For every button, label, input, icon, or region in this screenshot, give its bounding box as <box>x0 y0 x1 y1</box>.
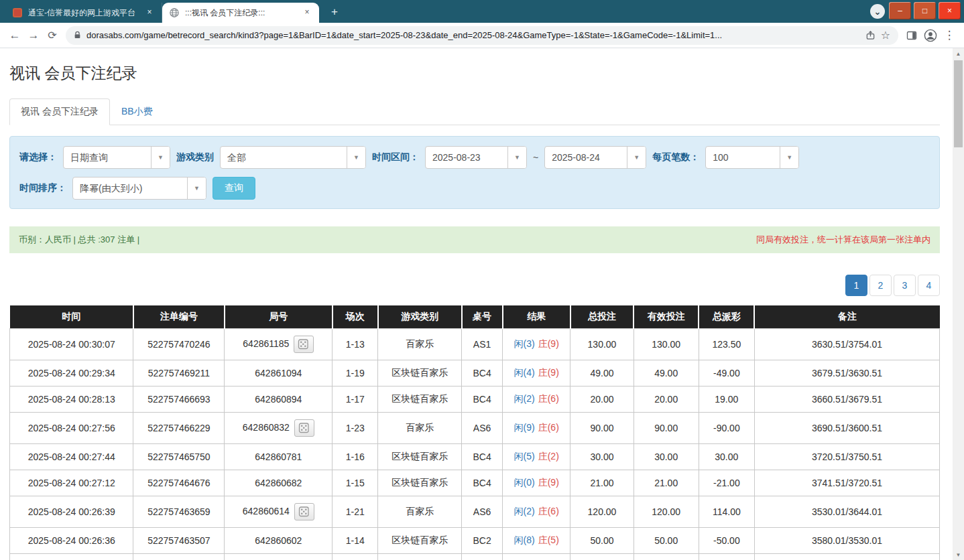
cell-total-bet[interactable]: 50.00 <box>570 528 634 554</box>
cell-round-no: 642860781 <box>225 444 333 470</box>
cell-total-bet[interactable]: 49.00 <box>570 360 634 387</box>
game-type-label: 游戏类别 <box>176 151 214 163</box>
query-type-select[interactable]: 日期查询 ▼ <box>63 146 170 169</box>
cell-time: 2025-08-24 00:26:39 <box>10 496 133 528</box>
result-banker: 庄(2) <box>538 451 559 462</box>
tab-close-icon[interactable]: × <box>144 7 155 18</box>
cell-time: 2025-08-24 00:29:34 <box>10 360 133 387</box>
browser-menu-icon[interactable]: ⋮ <box>940 26 959 45</box>
share-icon[interactable] <box>865 30 876 41</box>
browser-tab-active[interactable]: :::视讯 会员下注纪录::: × <box>162 3 319 23</box>
cell-total-bet[interactable]: 30.00 <box>570 444 634 470</box>
cell-total-bet[interactable]: 50.00 <box>570 554 634 560</box>
cell-bet-no: 522757469211 <box>133 360 225 387</box>
cell-table-no: BC4 <box>462 554 503 560</box>
tab-search-chevron-icon[interactable]: ⌄ <box>870 4 885 19</box>
scroll-up-icon[interactable]: ▲ <box>953 48 964 59</box>
window-minimize-button[interactable]: – <box>889 2 911 19</box>
result-banker: 庄(6) <box>538 506 559 516</box>
cell-time: 2025-08-24 00:27:56 <box>10 413 133 444</box>
page-button-4[interactable]: 4 <box>918 275 940 296</box>
page-content: 视讯 会员下注纪录 视讯 会员下注纪录 BB小费 请选择： 日期查询 ▼ 游戏类… <box>0 48 964 560</box>
cell-bet-no: 522757466693 <box>133 387 225 413</box>
cell-payout: 19.00 <box>699 387 754 413</box>
bookmark-star-icon[interactable]: ☆ <box>881 29 890 42</box>
round-number: 642860781 <box>255 451 302 462</box>
scrollbar-thumb[interactable] <box>954 60 963 147</box>
result-player: 闲(9) <box>514 422 535 433</box>
refresh-icon[interactable]: ⟳ <box>43 26 62 45</box>
address-bar[interactable]: dorasabs.com/game/betrecord_search/kind3… <box>66 26 898 45</box>
scroll-down-icon[interactable]: ▼ <box>953 549 964 560</box>
page-button-3[interactable]: 3 <box>894 275 916 296</box>
column-header: 备注 <box>754 305 939 329</box>
date-start-select[interactable]: 2025-08-23 ▼ <box>425 146 527 169</box>
cell-payout: 123.50 <box>699 329 754 360</box>
window-close-button[interactable]: × <box>939 2 961 19</box>
cell-game-type: 区块链百家乐 <box>378 444 462 470</box>
cell-round-no: 642861185 <box>225 329 333 360</box>
cell-payout: 114.00 <box>699 496 754 528</box>
cell-time: 2025-08-24 00:30:07 <box>10 329 133 360</box>
bet-record-row: 2025-08-24 00:26:39522757463659642860614… <box>10 496 940 528</box>
round-number: 642860682 <box>255 478 302 488</box>
table-header-row: 时间注单编号局号场次游戏类别桌号结果总投注有效投注总派彩备注 <box>10 305 940 329</box>
cell-payout: -90.00 <box>699 413 754 444</box>
bet-record-row: 2025-08-24 00:27:44522757465750642860781… <box>10 444 940 470</box>
page-button-1[interactable]: 1 <box>845 275 867 296</box>
game-replay-icon[interactable] <box>294 419 314 437</box>
column-header: 有效投注 <box>634 305 699 329</box>
page-size-select[interactable]: 100 ▼ <box>705 146 799 169</box>
caret-down-icon[interactable]: ▼ <box>507 147 526 168</box>
game-replay-icon[interactable] <box>294 503 314 520</box>
cell-payout: -49.00 <box>699 360 754 387</box>
cell-total-bet[interactable]: 120.00 <box>570 496 634 528</box>
page-scrollbar[interactable]: ▲ ▼ <box>953 48 964 560</box>
browser-tab-bar: 通宝-信誉最好的网上游戏平台 × :::视讯 会员下注纪录::: × + ⌄ –… <box>0 0 964 23</box>
forward-icon[interactable]: → <box>24 26 43 45</box>
side-panel-icon[interactable] <box>902 26 921 45</box>
window-maximize-button[interactable]: □ <box>914 2 936 19</box>
cell-total-bet[interactable]: 21.00 <box>570 470 634 496</box>
game-replay-icon[interactable] <box>294 336 314 353</box>
cell-total-bet[interactable]: 130.00 <box>570 329 634 360</box>
date-end-value: 2025-08-24 <box>545 147 627 168</box>
back-icon[interactable]: ← <box>5 26 24 45</box>
column-header: 游戏类别 <box>378 305 462 329</box>
cell-valid-bet: 130.00 <box>634 329 699 360</box>
search-button[interactable]: 查询 <box>213 177 255 200</box>
tab-bet-records[interactable]: 视讯 会员下注纪录 <box>9 98 110 125</box>
cell-round-no: 642860832 <box>225 413 333 444</box>
sort-order-select[interactable]: 降幂(由大到小) ▼ <box>72 177 206 200</box>
url-text[interactable]: dorasabs.com/game/betrecord_search/kind3… <box>86 30 860 40</box>
result-banker: 庄(9) <box>538 477 559 488</box>
date-end-select[interactable]: 2025-08-24 ▼ <box>544 146 646 169</box>
cell-table-no: BC4 <box>462 444 503 470</box>
browser-tab-inactive[interactable]: 通宝-信誉最好的网上游戏平台 × <box>5 3 162 23</box>
lock-icon <box>74 31 81 40</box>
tab-close-icon[interactable]: × <box>302 7 312 18</box>
profile-avatar-icon[interactable] <box>921 26 940 45</box>
caret-down-icon[interactable]: ▼ <box>187 178 206 199</box>
caret-down-icon[interactable]: ▼ <box>151 147 170 168</box>
tab-bb-tips[interactable]: BB小费 <box>110 98 164 125</box>
result-player: 闲(0) <box>514 477 535 488</box>
cell-note: 3580.01/3530.01 <box>754 528 939 554</box>
cell-time: 2025-08-24 00:28:13 <box>10 387 133 413</box>
caret-down-icon[interactable]: ▼ <box>347 147 365 168</box>
cell-total-bet[interactable]: 90.00 <box>570 413 634 444</box>
cell-round-no: 642860894 <box>225 387 333 413</box>
caret-down-icon[interactable]: ▼ <box>780 147 798 168</box>
caret-down-icon[interactable]: ▼ <box>627 147 646 168</box>
currency-total-text: 币别：人民币 | 总共 :307 注单 | <box>19 234 139 246</box>
game-type-select[interactable]: 全部 ▼ <box>220 146 366 169</box>
new-tab-button[interactable]: + <box>326 3 343 21</box>
page-button-2[interactable]: 2 <box>869 275 892 296</box>
cell-result: 闲(2)庄(6) <box>503 496 570 528</box>
cell-valid-bet: 49.00 <box>634 360 699 387</box>
game-type-value: 全部 <box>221 147 347 168</box>
cell-total-bet[interactable]: 20.00 <box>570 387 634 413</box>
round-number: 642861094 <box>255 368 302 378</box>
cell-note: 3530.01/3644.01 <box>754 496 939 528</box>
bet-record-row: 2025-08-24 00:26:36522757463507642860602… <box>10 528 940 554</box>
